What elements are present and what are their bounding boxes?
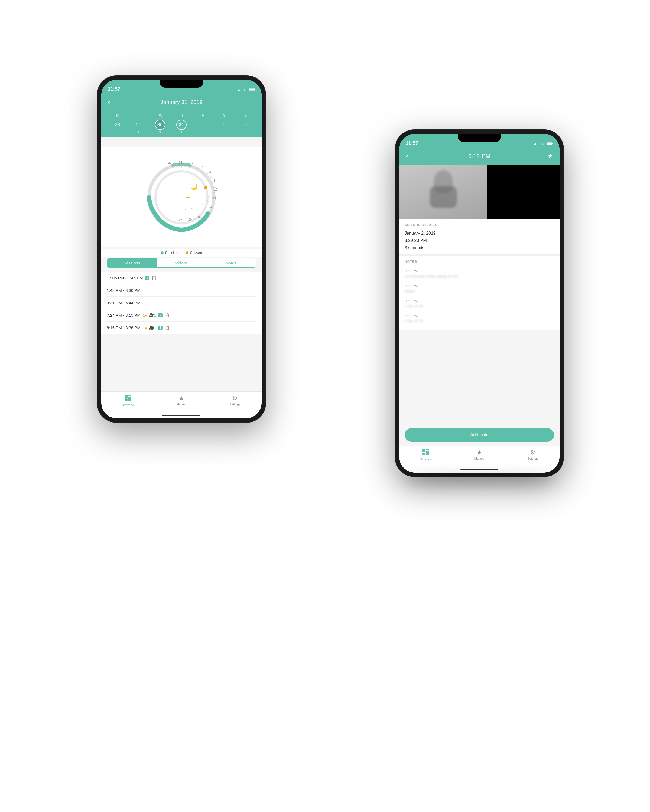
battery-icon2 bbox=[546, 142, 553, 146]
video-thumbnail-2 bbox=[488, 165, 560, 219]
note-item-4: 9:29 PM 1 Jan 15 78 bbox=[405, 311, 554, 326]
nav-overview-label2: Overview bbox=[420, 458, 432, 461]
svg-rect-50 bbox=[422, 449, 425, 452]
nav-marked-label2: Marked bbox=[474, 457, 485, 460]
add-note-button[interactable]: Add note bbox=[405, 428, 554, 442]
note-text-3: 1 Jan 21 28 bbox=[405, 304, 554, 308]
wifi-icon2 bbox=[540, 142, 545, 146]
svg-text:6: 6 bbox=[210, 171, 211, 174]
seizure-section-label: SEIZURE DETAILS bbox=[405, 223, 554, 227]
nav-settings1[interactable]: ⚙ Settings bbox=[208, 395, 262, 406]
nav-settings-label2: Settings bbox=[527, 457, 538, 460]
svg-text:10: 10 bbox=[214, 188, 217, 191]
svg-text:4: 4 bbox=[202, 165, 203, 168]
seizure-dot-4: 1● bbox=[143, 313, 147, 317]
home-indicator1 bbox=[162, 415, 200, 416]
note-icon-5: 📋 bbox=[165, 326, 170, 330]
cal-date-1[interactable]: 1 bbox=[198, 120, 208, 130]
session-time-1: 12:05 PM - 1:46 PM bbox=[107, 276, 143, 280]
header2: ‹ 9:12 PM ★ bbox=[399, 148, 560, 165]
session-time-2: 1:48 PM - 3:30 PM bbox=[107, 288, 141, 293]
calendar-dates: 28 29 30 31 1 2 3 bbox=[107, 120, 256, 130]
nav-overview1[interactable]: Overview bbox=[101, 395, 154, 406]
svg-rect-49 bbox=[552, 143, 553, 144]
phone2-shadow bbox=[404, 474, 555, 484]
nav-marked2[interactable]: ★ Marked bbox=[453, 449, 506, 460]
tab-notes[interactable]: Notes bbox=[206, 258, 256, 267]
status-icons-2 bbox=[534, 142, 553, 146]
tab-videos[interactable]: Videos bbox=[156, 258, 206, 267]
tab-sessions[interactable]: Sessions bbox=[107, 258, 156, 267]
session-item-3[interactable]: 3:31 PM - 5:44 PM bbox=[107, 297, 256, 309]
svg-rect-39 bbox=[125, 395, 128, 398]
session-item-2[interactable]: 1:48 PM - 3:30 PM bbox=[107, 284, 256, 297]
svg-line-20 bbox=[185, 208, 186, 211]
nav-marked1[interactable]: ★ Marked bbox=[154, 395, 208, 406]
marked-icon1: ★ bbox=[179, 395, 184, 402]
note-icon-1: 📋 bbox=[151, 276, 156, 280]
back-button1[interactable]: ‹ bbox=[108, 98, 110, 106]
svg-rect-40 bbox=[128, 395, 131, 396]
cal-date-3[interactable]: 3 bbox=[240, 120, 251, 130]
svg-text:22: 22 bbox=[179, 218, 182, 222]
svg-rect-43 bbox=[534, 144, 535, 145]
svg-rect-41 bbox=[125, 398, 128, 401]
session-item-1[interactable]: 12:05 PM - 1:46 PM 1 📋 bbox=[107, 272, 256, 284]
sessions-list: 12:05 PM - 1:46 PM 1 📋 1:48 PM - 3:30 PM… bbox=[101, 272, 262, 334]
svg-text:☀: ☀ bbox=[185, 195, 190, 201]
session-legend-label: Session bbox=[165, 250, 178, 255]
svg-line-11 bbox=[210, 177, 213, 178]
cal-date-29[interactable]: 29 bbox=[133, 120, 144, 130]
marked-icon2: ★ bbox=[477, 449, 482, 456]
svg-line-19 bbox=[191, 208, 192, 210]
session-badge-5: 1 bbox=[158, 326, 163, 330]
header1: ‹ January 31, 2019 bbox=[101, 94, 262, 110]
cal-date-30[interactable]: 30 bbox=[155, 120, 165, 130]
note-text-2: aaaaa bbox=[405, 289, 554, 293]
signal-icon1: ▲ bbox=[237, 88, 240, 92]
tabs1: Sessions Videos Notes bbox=[107, 258, 256, 268]
cal-date-31[interactable]: 31 bbox=[176, 120, 187, 130]
note-text-4: 1 Jan 15 78 bbox=[405, 319, 554, 323]
bottom-nav1: Overview ★ Marked ⚙ Settings bbox=[101, 391, 262, 418]
scene: 11:57 ▲ bbox=[81, 54, 569, 758]
nav-overview2[interactable]: Overview bbox=[399, 449, 453, 461]
svg-text:🌙: 🌙 bbox=[190, 183, 198, 190]
header1-title: January 31, 2019 bbox=[161, 99, 203, 105]
seizure-duration: 3 seconds bbox=[405, 244, 554, 252]
notch1 bbox=[160, 79, 203, 88]
calendar-days-header: M T W T F S S bbox=[107, 113, 256, 118]
header2-title: 9:12 PM bbox=[468, 153, 491, 160]
session-time-3: 3:31 PM - 5:44 PM bbox=[107, 301, 141, 305]
svg-rect-53 bbox=[426, 451, 429, 455]
svg-text:12: 12 bbox=[213, 197, 216, 200]
svg-text:16: 16 bbox=[205, 211, 208, 215]
svg-text:20: 20 bbox=[188, 218, 192, 221]
seizure-time: 9:29:23 PM bbox=[405, 237, 554, 244]
cal-date-28[interactable]: 28 bbox=[112, 120, 122, 130]
seizure-legend-dot bbox=[186, 252, 188, 254]
svg-rect-1 bbox=[249, 88, 254, 90]
seizure-legend-label: Seizure bbox=[190, 250, 202, 255]
video-thumbnail-1 bbox=[399, 165, 488, 219]
nav-settings2[interactable]: ⚙ Settings bbox=[506, 449, 560, 460]
note-time-2: 9:29 PM bbox=[405, 284, 554, 288]
back-button2[interactable]: ‹ bbox=[406, 152, 408, 160]
session-item-4[interactable]: 7:24 PM - 8:15 PM 1● 🎥1 2 📋 bbox=[107, 309, 256, 322]
svg-rect-52 bbox=[422, 453, 425, 455]
session-legend-dot bbox=[161, 252, 164, 254]
session-item-5[interactable]: 8:16 PM - 8:36 PM 1● 🎥1 1 📋 bbox=[107, 322, 256, 334]
nav-settings-label1: Settings bbox=[229, 403, 240, 406]
svg-text:8: 8 bbox=[214, 179, 215, 182]
session-badge-4: 2 bbox=[158, 313, 163, 317]
note-text-1: not manually sorted: gelogi ab test bbox=[405, 274, 554, 278]
cal-date-2[interactable]: 2 bbox=[219, 120, 229, 130]
svg-rect-51 bbox=[426, 449, 429, 450]
battery-icon1 bbox=[249, 88, 255, 92]
clock-chart-svg: 24 2 4 6 8 10 12 14 16 18 20 22 22 bbox=[144, 159, 219, 235]
star-button2[interactable]: ★ bbox=[548, 153, 553, 160]
status-icons-1: ▲ bbox=[237, 87, 255, 92]
calendar-dots bbox=[107, 131, 256, 133]
settings-icon2: ⚙ bbox=[530, 449, 535, 456]
phone2-device: 11:57 bbox=[395, 130, 563, 476]
